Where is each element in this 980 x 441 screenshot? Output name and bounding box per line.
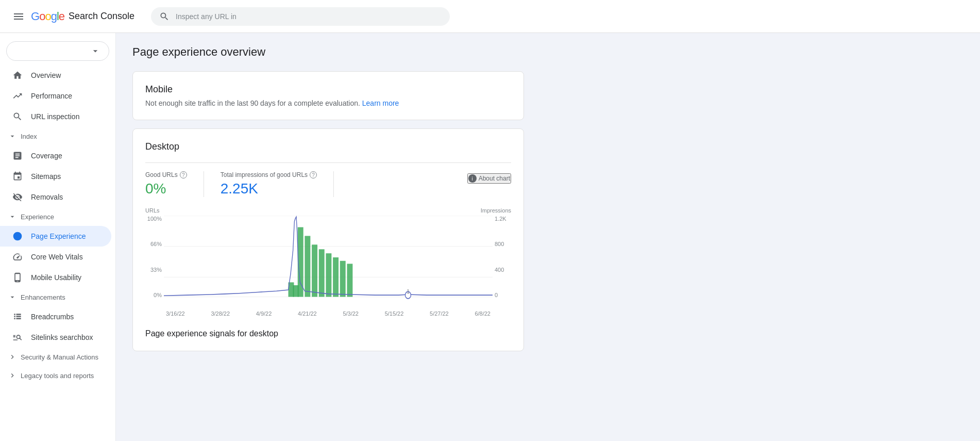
- y-axis-right-labels: 1.2K 800 400 0: [493, 216, 511, 308]
- chevron-down-icon: [8, 293, 16, 301]
- chevron-right-icon: [8, 371, 16, 380]
- sidebar-item-label: Sitelinks searchbox: [31, 333, 93, 341]
- x-label: 4/9/22: [256, 311, 272, 317]
- svg-rect-11: [340, 261, 346, 297]
- visibility-off-icon: [12, 192, 23, 202]
- x-axis-labels: 3/16/22 3/28/22 4/9/22 4/21/22 5/3/22 5/…: [145, 311, 511, 317]
- y-axis-right-title: Impressions: [481, 207, 511, 214]
- desktop-card: Desktop Good URLs ? 0% Total impressions…: [132, 128, 524, 351]
- y-label: 66%: [145, 241, 162, 247]
- info-circle-icon: i: [468, 174, 477, 183]
- x-label: 5/3/22: [343, 311, 359, 317]
- chart-body: 100% 66% 33% 0%: [145, 216, 511, 308]
- mobile-card-description: Not enough site traffic in the last 90 d…: [145, 99, 511, 107]
- good-urls-info-icon[interactable]: ?: [180, 171, 187, 178]
- section-label: Experience: [21, 213, 54, 221]
- search-input[interactable]: [176, 12, 442, 21]
- section-label: Security & Manual Actions: [21, 353, 98, 361]
- sidebar-item-core-web-vitals[interactable]: Core Web Vitals: [0, 247, 111, 267]
- svg-rect-6: [305, 236, 310, 297]
- x-label: 4/21/22: [298, 311, 317, 317]
- metrics-row: Good URLs ? 0% Total impressions of good…: [145, 162, 511, 197]
- sidebar-item-label: URL inspection: [31, 112, 79, 121]
- mobile-card: Mobile Not enough site traffic in the la…: [132, 71, 524, 120]
- chevron-right-icon: [8, 353, 16, 361]
- signals-title: Page experience signals for desktop: [145, 329, 511, 338]
- y-axis-left-title: URLs: [145, 207, 160, 214]
- y-label: 0: [495, 292, 511, 298]
- svg-rect-14: [293, 285, 299, 297]
- mobile-card-desc-text: Not enough site traffic in the last 90 d…: [145, 99, 360, 107]
- menu-button[interactable]: [8, 6, 29, 27]
- sidebar-item-label: Coverage: [31, 152, 62, 160]
- enhancements-section-header[interactable]: Enhancements: [0, 288, 115, 306]
- sidebar-item-mobile-usability[interactable]: Mobile Usability: [0, 267, 111, 288]
- sidebar-item-sitelinks-searchbox[interactable]: Sitelinks searchbox: [0, 327, 111, 348]
- legacy-section-header[interactable]: Legacy tools and reports: [0, 366, 115, 385]
- total-impressions-info-icon[interactable]: ?: [310, 171, 317, 178]
- x-label: 3/28/22: [211, 311, 230, 317]
- manage-search-icon: [12, 332, 23, 342]
- app-logo: Google Search Console: [31, 10, 134, 23]
- x-label: 5/15/22: [385, 311, 404, 317]
- sidebar-item-label: Page Experience: [31, 232, 86, 240]
- y-label: 100%: [145, 216, 162, 222]
- sidebar: Overview Performance URL inspection Inde…: [0, 33, 116, 441]
- breadcrumbs-icon: [12, 312, 23, 322]
- search-bar[interactable]: [151, 7, 450, 26]
- experience-section-header[interactable]: Experience: [0, 207, 115, 226]
- sidebar-item-label: Overview: [31, 71, 61, 79]
- trending-up-icon: [12, 91, 23, 101]
- about-chart-button[interactable]: i About chart: [467, 173, 511, 184]
- chevron-down-icon: [8, 132, 16, 140]
- y-label: 1.2K: [495, 216, 511, 222]
- x-label: 3/16/22: [166, 311, 185, 317]
- total-impressions-label: Total impressions of good URLs ?: [221, 171, 317, 178]
- svg-rect-12: [347, 264, 352, 297]
- sidebar-item-label: Removals: [31, 193, 63, 201]
- svg-rect-7: [312, 244, 317, 297]
- sidebar-item-label: Breadcrumbs: [31, 313, 74, 321]
- sidebar-item-sitemaps[interactable]: Sitemaps: [0, 166, 111, 187]
- sidebar-item-label: Core Web Vitals: [31, 253, 83, 261]
- sidebar-item-label: Mobile Usability: [31, 273, 81, 282]
- svg-rect-9: [326, 253, 331, 297]
- svg-point-0: [13, 232, 22, 241]
- sidebar-item-removals[interactable]: Removals: [0, 187, 111, 207]
- mobile-learn-more-link[interactable]: Learn more: [362, 99, 399, 107]
- chart-svg: 1: [164, 216, 493, 308]
- search-icon: [159, 11, 170, 22]
- site-selector[interactable]: [6, 41, 109, 61]
- section-label: Index: [21, 133, 37, 140]
- sidebar-item-page-experience[interactable]: Page Experience: [0, 226, 111, 247]
- app-name: Search Console: [69, 11, 134, 22]
- x-label: 6/8/22: [475, 311, 491, 317]
- sidebar-item-coverage[interactable]: Coverage: [0, 145, 111, 166]
- security-section-header[interactable]: Security & Manual Actions: [0, 348, 115, 366]
- sidebar-item-performance[interactable]: Performance: [0, 86, 111, 106]
- sitemap-icon: [12, 171, 23, 182]
- section-label: Enhancements: [21, 293, 65, 301]
- mobile-card-title: Mobile: [145, 84, 511, 95]
- about-chart-container: i About chart: [350, 171, 511, 197]
- y-label: 800: [495, 241, 511, 247]
- header: Google Search Console: [0, 0, 980, 33]
- svg-rect-10: [333, 257, 339, 297]
- sidebar-item-breadcrumbs[interactable]: Breadcrumbs: [0, 306, 111, 327]
- google-wordmark: Google: [31, 10, 64, 23]
- page-title: Page experience overview: [132, 45, 964, 59]
- sidebar-item-label: Sitemaps: [31, 172, 61, 181]
- y-label: 0%: [145, 292, 162, 298]
- good-urls-value: 0%: [145, 181, 187, 197]
- total-impressions-value: 2.25K: [221, 181, 317, 197]
- home-icon: [12, 70, 23, 80]
- y-label: 33%: [145, 267, 162, 273]
- layout: Overview Performance URL inspection Inde…: [0, 33, 980, 441]
- chart-axes-titles: URLs Impressions: [145, 207, 511, 216]
- total-impressions-metric: Total impressions of good URLs ? 2.25K: [221, 171, 334, 197]
- sidebar-item-overview[interactable]: Overview: [0, 65, 111, 86]
- phone-android-icon: [12, 272, 23, 283]
- index-section-header[interactable]: Index: [0, 127, 115, 145]
- sidebar-item-label: Performance: [31, 92, 72, 100]
- sidebar-item-url-inspection[interactable]: URL inspection: [0, 106, 111, 127]
